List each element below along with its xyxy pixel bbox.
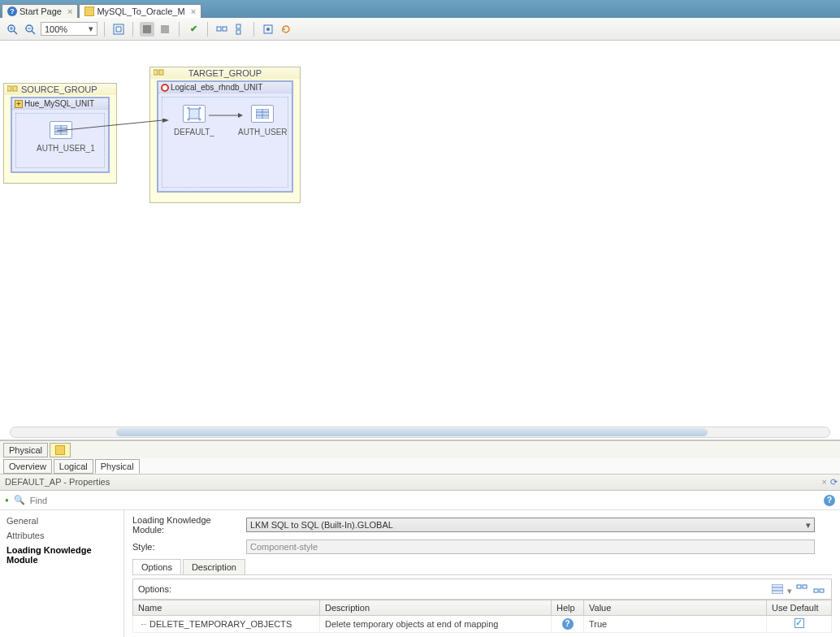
table-icon [251, 105, 274, 123]
subtab-physical-label: Physical [101, 462, 134, 471]
plus-icon[interactable]: + [15, 100, 23, 108]
hscrollbar[interactable] [10, 427, 830, 438]
row-desc: Delete temporary objects at end of mappi… [325, 619, 498, 629]
style-readonly: Component-style [246, 540, 815, 554]
tab-start-page[interactable]: ? Start Page × [2, 4, 78, 18]
refresh-icon[interactable] [279, 22, 293, 37]
svg-rect-10 [217, 27, 221, 31]
svg-rect-22 [154, 70, 158, 75]
target-badge-icon [161, 84, 169, 92]
source-node[interactable]: AUTH_USER_1 [37, 121, 85, 153]
row-name: DELETE_TEMPORARY_OBJECTS [149, 619, 292, 629]
subtab-physical[interactable]: Physical [95, 459, 140, 474]
cat-lkm[interactable]: Loading Knowledge Module [0, 543, 123, 567]
cat-attributes[interactable]: Attributes [0, 528, 123, 543]
opt-tab-options[interactable]: Options [132, 559, 181, 574]
group-icon [7, 84, 19, 94]
option-tabs: Options Description [132, 559, 832, 575]
subtab-overview[interactable]: Overview [3, 459, 52, 474]
svg-rect-23 [159, 70, 163, 75]
target-group-title: TARGET_GROUP [150, 67, 300, 79]
grid-icon[interactable] [140, 22, 154, 37]
svg-rect-43 [820, 589, 824, 592]
source-unit[interactable]: + Hue_MySQL_UNIT AUTH_USER_1 [11, 97, 110, 173]
mapping-subtabs: Overview Logical Physical [0, 458, 840, 474]
col-name[interactable]: Name [133, 600, 320, 616]
svg-point-26 [199, 107, 201, 110]
table-row[interactable]: DELETE_TEMPORARY_OBJECTS Delete temporar… [133, 616, 832, 633]
join-icon [183, 105, 206, 123]
help-icon[interactable]: ⟳ [830, 477, 838, 488]
question-icon: ? [7, 6, 17, 16]
tab-mapping-label: MySQL_To_Oracle_M [97, 6, 184, 16]
target-unit-label: Logical_ebs_rhndb_UNIT [171, 83, 262, 92]
cat-lkm-label: Loading Knowledge Module [6, 545, 92, 565]
mapping-canvas[interactable]: SOURCE_GROUP + Hue_MySQL_UNIT AUTH_USER_… [0, 41, 840, 440]
fit-icon[interactable] [111, 22, 126, 37]
svg-rect-24 [189, 109, 199, 119]
help-icon[interactable]: ? [824, 495, 835, 506]
search-icon: 🔍 [14, 495, 25, 505]
target-group[interactable]: TARGET_GROUP Logical_ebs_rhndb_UNIT DEFA… [149, 67, 301, 203]
properties-body: General Attributes Loading Knowledge Mod… [0, 510, 840, 637]
table-view-icon[interactable] [770, 582, 785, 596]
default-ap-node[interactable]: DEFAULT_ [170, 105, 219, 136]
properties-titlebar: DEFAULT_AP - Properties × ⟳ [0, 474, 840, 491]
collapse-all-icon[interactable] [812, 582, 826, 596]
check-icon[interactable]: ✔ [186, 22, 201, 37]
zoom-out-icon[interactable] [23, 22, 37, 37]
opt-tab-description[interactable]: Description [183, 559, 245, 574]
svg-rect-11 [223, 27, 227, 31]
col-help[interactable]: Help [552, 600, 584, 616]
svg-rect-41 [803, 585, 807, 588]
close-icon[interactable]: × [191, 6, 196, 16]
subtab-overview-label: Overview [9, 462, 46, 471]
bullet-icon: ● [5, 496, 9, 504]
zoom-in-icon[interactable] [5, 22, 19, 37]
target-node[interactable]: AUTH_USER [238, 105, 287, 136]
svg-rect-42 [814, 589, 818, 592]
chevron-down-icon: ▾ [89, 24, 93, 34]
svg-point-25 [188, 107, 190, 110]
diagram-view-tabs: Physical [0, 440, 840, 458]
opt-tab-options-label: Options [141, 562, 172, 572]
source-node-label: AUTH_USER_1 [37, 144, 95, 153]
grid2-icon[interactable] [158, 22, 172, 37]
expand-icon[interactable] [214, 22, 229, 37]
zoom-level[interactable]: 100% ▾ [41, 22, 97, 36]
cat-general[interactable]: General [0, 514, 123, 528]
subtab-logical-label: Logical [59, 462, 88, 471]
zoom-value: 100% [45, 24, 67, 34]
toolbar: 100% ▾ ✔ [0, 18, 840, 41]
mapping-icon [84, 6, 94, 16]
tab-mapping[interactable]: MySQL_To_Oracle_M × [79, 4, 201, 18]
source-group-title: SOURCE_GROUP [4, 84, 116, 95]
default-ap-label: DEFAULT_ [174, 128, 214, 136]
help-icon[interactable]: ? [562, 618, 574, 630]
svg-rect-8 [143, 25, 151, 33]
subtab-logical[interactable]: Logical [54, 459, 93, 474]
col-value[interactable]: Value [584, 600, 767, 616]
source-group-label: SOURCE_GROUP [21, 84, 97, 94]
close-icon[interactable]: × [67, 6, 72, 16]
lkm-select[interactable]: LKM SQL to SQL (Built-In).GLOBAL [246, 518, 815, 532]
col-use-default[interactable]: Use Default [767, 600, 832, 616]
diag-tab-physical[interactable]: Physical [3, 443, 48, 457]
expand-all-icon[interactable] [795, 582, 809, 596]
find-input[interactable] [30, 496, 819, 505]
svg-point-28 [199, 119, 201, 121]
col-description[interactable]: Description [320, 600, 552, 616]
properties-categories: General Attributes Loading Knowledge Mod… [0, 510, 124, 637]
close-icon[interactable]: × [822, 477, 827, 487]
svg-line-1 [14, 31, 17, 34]
table-icon [50, 121, 72, 139]
attach-icon[interactable] [261, 22, 275, 37]
tab-start-label: Start Page [19, 6, 62, 16]
svg-rect-9 [161, 25, 169, 33]
target-unit[interactable]: Logical_ebs_rhndb_UNIT DEFAULT_ AUTH_USE… [157, 80, 293, 193]
diag-tab-designer[interactable] [50, 443, 71, 457]
target-node-label: AUTH_USER [238, 128, 288, 136]
collapse-icon[interactable] [232, 22, 247, 37]
use-default-checkbox[interactable] [795, 618, 804, 628]
source-group[interactable]: SOURCE_GROUP + Hue_MySQL_UNIT AUTH_USER_… [3, 83, 117, 184]
